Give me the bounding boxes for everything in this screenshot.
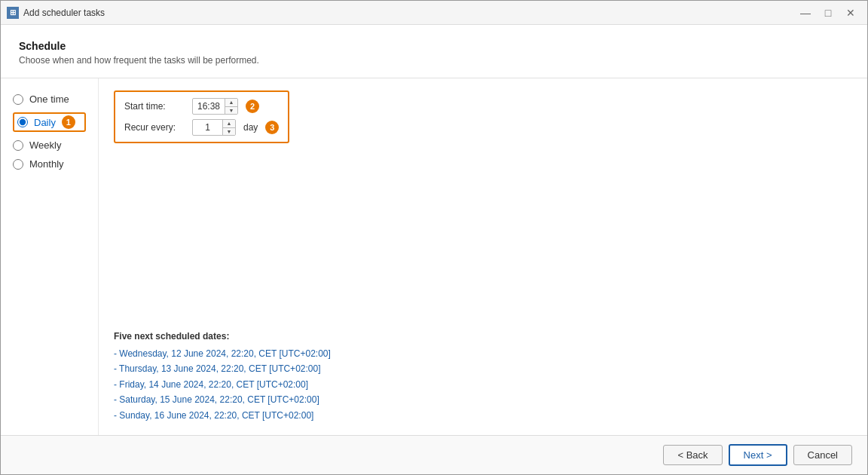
next-button[interactable]: Next > — [729, 444, 787, 466]
title-bar-left: ⊞ Add scheduler tasks — [7, 7, 105, 19]
section-subtitle: Choose when and how frequent the tasks w… — [19, 55, 849, 66]
option-monthly[interactable]: Monthly — [13, 158, 86, 170]
title-bar: ⊞ Add scheduler tasks — □ ✕ — [1, 1, 867, 25]
minimize-button[interactable]: — — [795, 5, 816, 21]
start-time-label: Start time: — [124, 101, 185, 112]
badge-daily: 1 — [62, 115, 75, 129]
left-panel: One time Daily 1 Weekly Monthly — [1, 78, 99, 435]
close-button[interactable]: ✕ — [840, 5, 861, 21]
right-panel: Start time: 16:38 ▲ ▼ 2 Recur every: — [99, 78, 867, 435]
recur-every-up[interactable]: ▲ — [223, 120, 235, 128]
label-monthly: Monthly — [29, 158, 64, 170]
start-time-up[interactable]: ▲ — [225, 99, 237, 107]
app-icon: ⊞ — [7, 7, 19, 19]
radio-monthly[interactable] — [13, 159, 23, 170]
recur-every-label: Recur every: — [124, 122, 185, 133]
option-weekly[interactable]: Weekly — [13, 139, 86, 151]
form-section: Start time: 16:38 ▲ ▼ 2 Recur every: — [114, 90, 289, 143]
maximize-button[interactable]: □ — [818, 5, 839, 21]
scheduled-dates-title: Five next scheduled dates: — [114, 331, 852, 342]
section-title: Schedule — [19, 40, 849, 52]
radio-one-time[interactable] — [13, 94, 23, 105]
option-one-time[interactable]: One time — [13, 93, 86, 105]
recur-every-spinner[interactable]: 1 ▲ ▼ — [192, 119, 236, 136]
cancel-button[interactable]: Cancel — [793, 445, 852, 465]
scheduled-dates-section: Five next scheduled dates: - Wednesday, … — [114, 316, 852, 423]
recur-every-down[interactable]: ▼ — [223, 128, 235, 136]
scheduled-date-item-4: - Saturday, 15 June 2024, 22:20, CET [UT… — [114, 392, 852, 407]
label-daily: Daily — [34, 117, 56, 128]
start-time-down[interactable]: ▼ — [225, 107, 237, 115]
radio-weekly[interactable] — [13, 140, 23, 151]
start-time-spin-buttons: ▲ ▼ — [225, 99, 237, 114]
recur-every-value: 1 — [193, 120, 223, 135]
start-time-row: Start time: 16:38 ▲ ▼ 2 — [124, 98, 279, 115]
label-one-time: One time — [29, 93, 69, 105]
recur-every-unit: day — [243, 122, 258, 133]
radio-daily[interactable] — [17, 117, 28, 127]
badge-recur-every: 3 — [265, 121, 279, 134]
window-title: Add scheduler tasks — [23, 8, 105, 18]
header-section: Schedule Choose when and how frequent th… — [1, 25, 867, 78]
main-area: One time Daily 1 Weekly Monthly — [1, 78, 867, 435]
window-controls: — □ ✕ — [795, 5, 861, 21]
start-time-value: 16:38 — [193, 99, 225, 114]
label-weekly: Weekly — [29, 139, 61, 151]
scheduled-date-item-5: - Sunday, 16 June 2024, 22:20, CET [UTC+… — [114, 408, 852, 423]
footer: < Back Next > Cancel — [1, 435, 867, 474]
main-window: ⊞ Add scheduler tasks — □ ✕ Schedule Cho… — [0, 0, 868, 475]
start-time-spinner[interactable]: 16:38 ▲ ▼ — [192, 98, 238, 115]
recur-every-spin-buttons: ▲ ▼ — [223, 120, 235, 135]
scheduled-date-item-3: - Friday, 14 June 2024, 22:20, CET [UTC+… — [114, 377, 852, 392]
badge-start-time: 2 — [246, 100, 259, 113]
scheduled-date-item-2: - Thursday, 13 June 2024, 22:20, CET [UT… — [114, 361, 852, 376]
recur-every-row: Recur every: 1 ▲ ▼ day 3 — [124, 119, 279, 136]
scheduled-date-item-1: - Wednesday, 12 June 2024, 22:20, CET [U… — [114, 346, 852, 361]
option-daily[interactable]: Daily 1 — [13, 112, 86, 132]
back-button[interactable]: < Back — [663, 445, 722, 465]
content-area: Schedule Choose when and how frequent th… — [1, 25, 867, 435]
